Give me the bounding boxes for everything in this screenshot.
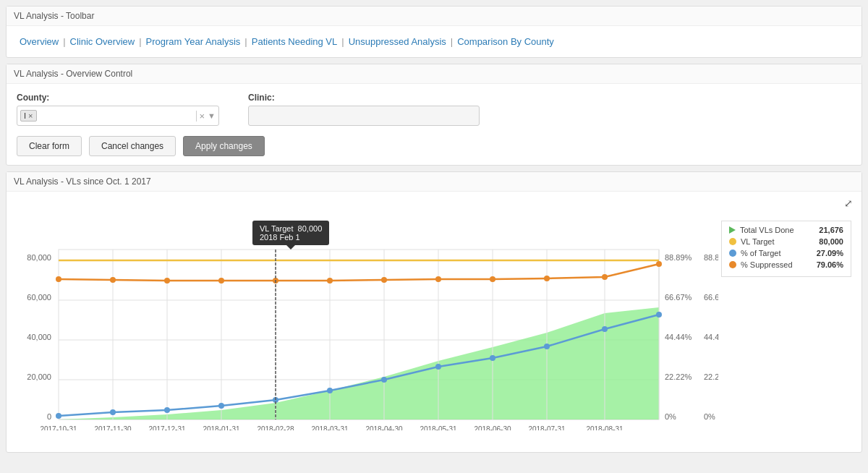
cancel-changes-button[interactable]: Cancel changes (89, 136, 176, 156)
nav-program-year[interactable]: Program Year Analysis (146, 36, 241, 47)
svg-text:88.89%: 88.89% (665, 253, 692, 262)
svg-point-45 (56, 413, 61, 419)
control-body: County: I × × ▼ Clinic: C (7, 84, 861, 165)
clinic-input[interactable] (248, 106, 480, 126)
svg-text:2018-06-30: 2018-06-30 (474, 425, 511, 430)
svg-text:2017-12-31: 2017-12-31 (148, 425, 186, 430)
svg-point-50 (327, 388, 333, 393)
nav-sep-4: | (341, 36, 344, 47)
nav-sep-5: | (451, 36, 453, 47)
county-input[interactable] (40, 111, 196, 121)
nav-comparison[interactable]: Comparison By County (457, 36, 554, 47)
legend-vl-target: VL Target 80,000 (729, 237, 843, 246)
svg-text:80,000: 80,000 (27, 253, 51, 262)
svg-point-39 (381, 277, 387, 283)
svg-text:2018-04-30: 2018-04-30 (365, 425, 403, 430)
svg-point-35 (164, 278, 170, 284)
svg-text:20,000: 20,000 (27, 372, 51, 381)
svg-point-40 (435, 276, 441, 282)
svg-point-56 (656, 312, 662, 318)
nav-clinic-overview[interactable]: Clinic Overview (70, 36, 135, 47)
county-controls: × ▼ (196, 111, 216, 122)
county-tag-remove[interactable]: × (28, 111, 33, 120)
nav-sep-3: | (244, 36, 247, 47)
legend-pct-suppressed-dot (729, 261, 736, 268)
svg-text:88.89%: 88.89% (704, 253, 718, 262)
svg-text:44.44%: 44.44% (704, 333, 718, 341)
legend-pct-target-dot (729, 250, 736, 257)
svg-point-34 (110, 277, 116, 283)
nav-unsuppressed[interactable]: Unsuppressed Analysis (349, 36, 446, 47)
county-field-group: County: I × × ▼ (17, 93, 219, 126)
svg-text:66.67%: 66.67% (704, 293, 718, 302)
control-panel: VL Analysis - Overview Control County: I… (6, 64, 862, 166)
nav-overview[interactable]: Overview (20, 36, 59, 47)
svg-text:2018-05-31: 2018-05-31 (420, 425, 457, 430)
svg-point-51 (381, 377, 387, 383)
legend-vl-target-dot (729, 238, 736, 245)
svg-point-54 (544, 344, 550, 349)
nav-sep-1: | (63, 36, 65, 47)
svg-point-47 (164, 407, 170, 413)
control-title: VL Analysis - Overview Control (7, 64, 861, 84)
svg-point-41 (490, 276, 495, 282)
legend-tri-icon (729, 226, 736, 234)
clear-form-button[interactable]: Clear form (17, 136, 82, 156)
svg-text:2018-07-31: 2018-07-31 (528, 425, 566, 430)
svg-text:22.22%: 22.22% (665, 372, 692, 381)
svg-point-36 (218, 278, 224, 284)
svg-point-38 (327, 278, 333, 284)
chart-title: VL Analysis - VLs since Oct. 1 2017 (7, 172, 861, 192)
legend-total-vls: Total VLs Done 21,676 (729, 226, 843, 234)
svg-text:22.22%: 22.22% (704, 372, 718, 381)
legend-pct-suppressed: % Suppressed 79.06% (729, 260, 843, 269)
svg-text:2018-01-31: 2018-01-31 (203, 425, 240, 430)
county-tag-text: I (24, 111, 26, 120)
svg-point-52 (435, 364, 441, 370)
svg-text:40,000: 40,000 (27, 333, 51, 341)
svg-text:0%: 0% (665, 412, 676, 421)
svg-text:0%: 0% (704, 412, 715, 421)
legend-vl-target-label: VL Target (741, 237, 814, 246)
legend-pct-suppressed-label: % Suppressed (741, 260, 812, 269)
toolbar-title: VL Analysis - Toolbar (7, 7, 861, 26)
button-row: Clear form Cancel changes Apply changes (17, 136, 851, 156)
legend-pct-target: % of Target 27.09% (729, 249, 843, 257)
chart-body: ⤢ 0 20,000 40,000 60,000 80,000 88.89% 6… (7, 192, 861, 452)
legend-pct-target-label: % of Target (741, 249, 812, 257)
county-clear-btn[interactable]: × (200, 111, 205, 122)
county-tag: I × (20, 110, 37, 122)
toolbar-nav: Overview | Clinic Overview | Program Yea… (7, 26, 861, 57)
clinic-field-group: Clinic: (248, 93, 480, 126)
svg-text:2018-08-31: 2018-08-31 (586, 425, 624, 430)
county-select[interactable]: I × × ▼ (17, 106, 219, 126)
legend-total-vls-label: Total VLs Done (740, 226, 814, 234)
chart-svg: 0 20,000 40,000 60,000 80,000 88.89% 66.… (24, 206, 718, 430)
legend-total-vls-value: 21,676 (819, 226, 843, 234)
svg-text:2018-02-28: 2018-02-28 (257, 425, 294, 430)
svg-point-55 (602, 326, 608, 332)
legend-vl-target-value: 80,000 (819, 237, 843, 246)
svg-text:2017-11-30: 2017-11-30 (94, 425, 132, 430)
control-fields: County: I × × ▼ Clinic: (17, 93, 851, 126)
county-label: County: (17, 93, 219, 103)
svg-point-48 (218, 403, 224, 409)
legend-pct-target-value: 27.09% (817, 249, 843, 257)
svg-point-33 (56, 276, 61, 282)
svg-text:0: 0 (47, 412, 51, 421)
clinic-label: Clinic: (248, 93, 480, 103)
svg-point-42 (544, 276, 550, 281)
toolbar-panel: VL Analysis - Toolbar Overview | Clinic … (6, 6, 862, 58)
svg-text:2017-10-31: 2017-10-31 (40, 425, 77, 430)
expand-icon[interactable]: ⤢ (844, 197, 853, 209)
svg-point-44 (656, 261, 662, 267)
apply-changes-button[interactable]: Apply changes (183, 136, 265, 156)
legend-pct-suppressed-value: 79.06% (817, 260, 843, 269)
svg-point-46 (110, 409, 116, 415)
chart-legend: Total VLs Done 21,676 VL Target 80,000 %… (721, 221, 851, 277)
county-dropdown-btn[interactable]: ▼ (208, 111, 216, 120)
svg-text:2018-03-31: 2018-03-31 (311, 425, 349, 430)
svg-point-43 (602, 274, 608, 280)
svg-text:66.67%: 66.67% (665, 293, 692, 302)
nav-patients-needing[interactable]: Patients Needing VL (252, 36, 338, 47)
